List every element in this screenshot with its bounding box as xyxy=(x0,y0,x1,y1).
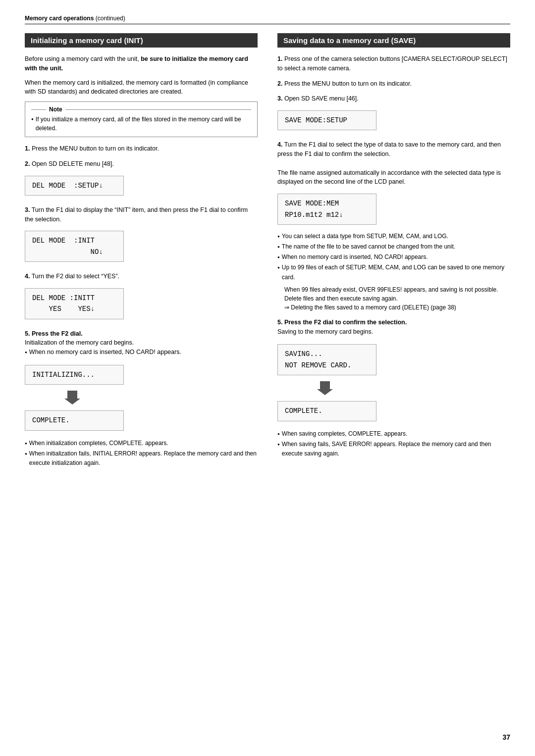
r-bullet-1-text: You can select a data type from SETUP, M… xyxy=(282,232,448,241)
lcd-save-complete-text: COMPLETE. xyxy=(285,405,369,416)
lcd-saving-1: SAVING... xyxy=(285,349,369,359)
r-step4-text: Turn the F1 dial to select the type of d… xyxy=(277,141,501,157)
lcd-complete: COMPLETE. xyxy=(25,410,124,430)
lcd-line2: NO↓ xyxy=(32,247,116,257)
lcd-save-mem-1: SAVE MODE:MEM xyxy=(285,198,369,209)
step2-lcd: DEL MODE :SETUP↓ xyxy=(25,172,258,200)
right-step3: 3. Open SD SAVE menu [46]. SAVE MODE:SET… xyxy=(277,94,510,134)
r-step1-text: Press one of the camera selection button… xyxy=(277,55,507,72)
left-section-title: Initializing a memory card (INIT) xyxy=(25,33,258,48)
lcd-line2: YES YES↓ xyxy=(32,303,116,314)
right-step2: 2. Press the MENU button to turn on its … xyxy=(277,79,510,89)
r-step4-lcd: SAVE MODE:MEM RP10.m1t2 m12↓ xyxy=(277,190,510,229)
lcd-save-mem-2: RP10.m1t2 m12↓ xyxy=(285,209,369,220)
lcd-initializing: INITIALIZING... xyxy=(25,365,124,385)
step4-num: 4. xyxy=(25,273,30,280)
step1-text: Press the MENU button to turn on its ind… xyxy=(32,145,159,152)
r-step5-bullet-1: When saving completes, COMPLETE. appears… xyxy=(277,429,510,439)
lcd-save-setup: SAVE MODE:SETUP xyxy=(277,110,376,130)
lcd-saving: SAVING... NOT REMOVE CARD. xyxy=(277,344,376,375)
left-step5: 5. Press the F2 dial. Initialization of … xyxy=(25,329,258,468)
step5-lcd-sequence: INITIALIZING... COMPLETE. xyxy=(25,361,258,435)
lcd-save-setup-text: SAVE MODE:SETUP xyxy=(285,115,369,126)
note-item: If you initialize a memory card, all of … xyxy=(31,115,251,133)
right-step1: 1. Press one of the camera selection but… xyxy=(277,54,510,73)
lcd-save-mem: SAVE MODE:MEM RP10.m1t2 m12↓ xyxy=(277,194,376,225)
lcd-init-text: INITIALIZING... xyxy=(32,369,116,380)
r-step2-text: Press the MENU button to turn on its ind… xyxy=(284,80,412,87)
r-bullet-4-text: Up to 99 files of each of SETUP, MEM, CA… xyxy=(282,263,510,282)
two-column-layout: Initializing a memory card (INIT) Before… xyxy=(25,33,510,474)
bullet-item-2: When initialization fails, INITIAL ERROR… xyxy=(25,449,258,468)
step4-lcd: DEL MODE :INITT YES YES↓ xyxy=(25,284,258,323)
step3-lcd: DEL MODE :INIT NO↓ xyxy=(25,227,258,266)
step5-sub1: Initialization of the memory card begins… xyxy=(25,339,134,346)
header-title: Memory card operations xyxy=(25,15,94,22)
lcd-del-setup: DEL MODE :SETUP↓ xyxy=(25,176,124,196)
lcd-complete-text: COMPLETE. xyxy=(32,415,116,426)
intro-text: Before using a memory card with the unit… xyxy=(25,55,141,62)
note-box: Note If you initialize a memory card, al… xyxy=(25,101,258,137)
left-step2: 2. Open SD DELETE menu [48]. DEL MODE :S… xyxy=(25,159,258,200)
r-step2-num: 2. xyxy=(277,80,282,87)
right-step4: 4. Turn the F1 dial to select the type o… xyxy=(277,140,510,311)
r-step4-indent2: Delete files and then execute saving aga… xyxy=(284,294,510,303)
r-step3-label: Open SD SAVE menu [46]. xyxy=(284,95,359,102)
r-step4-bullets: You can select a data type from SETUP, M… xyxy=(277,232,510,282)
step3-num: 3. xyxy=(25,206,30,213)
left-column: Initializing a memory card (INIT) Before… xyxy=(25,33,258,474)
r-bullet-1: You can select a data type from SETUP, M… xyxy=(277,232,510,241)
step5-bullets: When initialization completes, COMPLETE.… xyxy=(25,439,258,468)
lcd-del-yes: DEL MODE :INITT YES YES↓ xyxy=(25,288,124,319)
lcd-line1: DEL MODE :INITT xyxy=(32,293,116,303)
r-step1-num: 1. xyxy=(277,55,282,62)
step1-num: 1. xyxy=(25,145,30,152)
lcd-save-complete: COMPLETE. xyxy=(277,401,376,421)
right-column: Saving data to a memory card (SAVE) 1. P… xyxy=(277,33,510,474)
header-continued: (continued) xyxy=(96,15,125,22)
bullet-text-2: When initialization fails, INITIAL ERROR… xyxy=(29,449,258,468)
note-title: Note xyxy=(31,106,251,113)
r-step5-bullet-1-text: When saving completes, COMPLETE. appears… xyxy=(282,429,407,439)
r-step3-num: 3. xyxy=(277,95,282,102)
r-bullet-2: The name of the file to be saved cannot … xyxy=(277,242,510,252)
left-step1: 1. Press the MENU button to turn on its … xyxy=(25,144,258,153)
r-step5-lcd-sequence: SAVING... NOT REMOVE CARD. COMPLETE. xyxy=(277,340,510,425)
step5-num: 5. xyxy=(25,330,30,337)
step2-label: Open SD DELETE menu [48]. xyxy=(32,160,114,167)
r-bullet-2-text: The name of the file to be saved cannot … xyxy=(282,242,455,252)
intro-paragraph2: When the memory card is initialized, the… xyxy=(25,78,258,97)
r-step5-num: 5. xyxy=(277,319,282,326)
left-step3: 3. Turn the F1 dial to display the “INIT… xyxy=(25,205,258,266)
step3-text: Turn the F1 dial to display the “INIT” i… xyxy=(25,206,248,223)
page-header: Memory card operations (continued) xyxy=(25,15,510,24)
step5-sub2-text: When no memory card is inserted, NO CARD… xyxy=(29,348,181,357)
intro-paragraph: Before using a memory card with the unit… xyxy=(25,54,258,73)
r-step5-label: Press the F2 dial to confirm the selecti… xyxy=(284,319,407,326)
right-step5: 5. Press the F2 dial to confirm the sele… xyxy=(277,318,510,458)
arrow-down-icon xyxy=(64,391,80,404)
r-step4-sub: The file name assigned automatically in … xyxy=(277,169,501,186)
svg-marker-1 xyxy=(317,381,333,395)
lcd-del-init: DEL MODE :INIT NO↓ xyxy=(25,231,124,262)
r-step5-bullet-2: When saving fails, SAVE ERROR! appears. … xyxy=(277,440,510,458)
lcd-saving-2: NOT REMOVE CARD. xyxy=(285,360,369,371)
right-section-title: Saving data to a memory card (SAVE) xyxy=(277,33,510,48)
r-step4-indent1: When 99 files already exist, OVER 99FILE… xyxy=(284,285,510,294)
r-arrow-down-icon xyxy=(317,381,333,395)
step5-label: Press the F2 dial. xyxy=(32,330,83,337)
left-step4: 4. Turn the F2 dial to select “YES”. DEL… xyxy=(25,272,258,323)
r-bullet-4: Up to 99 files of each of SETUP, MEM, CA… xyxy=(277,263,510,282)
bullet-item-1: When initialization completes, COMPLETE.… xyxy=(25,439,258,448)
svg-marker-0 xyxy=(64,391,80,404)
r-bullet-3: When no memory card is inserted, NO CARD… xyxy=(277,252,510,262)
bullet-text-1: When initialization completes, COMPLETE.… xyxy=(29,439,168,448)
step4-text: Turn the F2 dial to select “YES”. xyxy=(32,273,119,280)
r-step5-sub: Saving to the memory card begins. xyxy=(277,328,373,335)
lcd-line: DEL MODE :SETUP↓ xyxy=(32,180,116,191)
page-container: Memory card operations (continued) Initi… xyxy=(0,0,535,756)
r-step3-lcd: SAVE MODE:SETUP xyxy=(277,106,510,134)
lcd-line1: DEL MODE :INIT xyxy=(32,235,116,246)
page-number: 37 xyxy=(502,733,510,741)
r-step5-bullet-2-text: When saving fails, SAVE ERROR! appears. … xyxy=(282,440,510,458)
